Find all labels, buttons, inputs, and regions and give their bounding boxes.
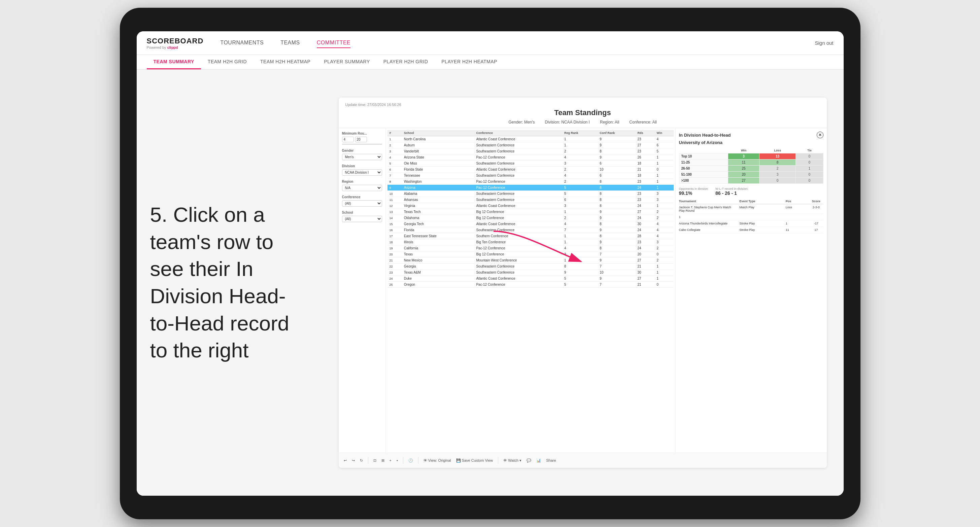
cell-rds: 27 xyxy=(635,209,654,215)
toolbar-clock[interactable]: 🕐 xyxy=(408,458,413,463)
cell-reg-rank: 3 xyxy=(562,203,598,209)
col-conf-rank: Conf Rank xyxy=(598,130,635,136)
table-row[interactable]: 13 Texas Tech Big 12 Conference 1 9 27 2 xyxy=(388,209,674,215)
table-row[interactable]: 24 Duke Atlantic Coast Conference 5 9 27… xyxy=(388,276,674,282)
subnav-player-summary[interactable]: PLAYER SUMMARY xyxy=(317,55,376,69)
table-row[interactable]: 1 North Carolina Atlantic Coast Conferen… xyxy=(388,136,674,142)
subnav-player-h2h-heatmap[interactable]: PLAYER H2H HEATMAP xyxy=(434,55,504,69)
cell-win: 1 xyxy=(655,185,674,191)
tablet-frame: SCOREBOARD Powered by clippd TOURNAMENTS… xyxy=(120,8,861,519)
cell-school: Virginia xyxy=(402,203,474,209)
cell-win: 4 xyxy=(655,227,674,233)
table-row[interactable]: 6 Florida State Atlantic Coast Conferenc… xyxy=(388,167,674,173)
col-score: Score xyxy=(809,200,823,203)
tournament-name-2: Arizona Thunderbirds Intercollegiate xyxy=(679,222,736,225)
cell-rds: 24 xyxy=(635,203,654,209)
cell-rank: 11 xyxy=(388,197,402,203)
instruction-area: 5. Click on a team's row to see their In… xyxy=(137,70,322,496)
filter-gender-select[interactable]: Men's xyxy=(342,154,382,160)
cell-conference: Southeastern Conference xyxy=(474,148,562,154)
toolbar-layout[interactable]: ⊞ xyxy=(382,458,385,463)
h2h-rank-top10: Top 10 xyxy=(679,154,728,160)
table-row[interactable]: 10 Alabama Southeastern Conference 5 8 2… xyxy=(388,191,674,197)
cell-reg-rank: 3 xyxy=(562,251,598,257)
table-row[interactable]: 7 Tennessee Southeastern Conference 4 6 … xyxy=(388,173,674,179)
toolbar-stats[interactable]: 📊 xyxy=(536,458,541,463)
filter-rounds-max[interactable] xyxy=(355,137,367,142)
table-row: 11-25 11 8 0 xyxy=(679,160,823,165)
table-row[interactable]: 15 Georgia Tech Atlantic Coast Conferenc… xyxy=(388,221,674,227)
table-row[interactable]: 19 California Pac-12 Conference 4 8 24 2 xyxy=(388,245,674,251)
toolbar-add[interactable]: + xyxy=(390,458,391,462)
list-item: Cabo Collegiate Stroke Play 11 17 xyxy=(679,227,824,233)
toolbar-undo[interactable]: ↩ xyxy=(344,458,347,463)
nav-committee[interactable]: COMMITTEE xyxy=(317,38,351,48)
nav-teams[interactable]: TEAMS xyxy=(280,38,300,48)
cell-reg-rank: 7 xyxy=(562,227,598,233)
tournament-result-1: Loss xyxy=(786,206,806,212)
cell-rds: 18 xyxy=(635,173,654,179)
cell-rds: 23 xyxy=(635,191,654,197)
subnav-team-h2h-grid[interactable]: TEAM H2H GRID xyxy=(201,55,253,69)
nav-tournaments[interactable]: TOURNAMENTS xyxy=(220,38,264,48)
toolbar-grid[interactable]: ⊡ xyxy=(373,458,376,463)
cell-conference: Southern Conference xyxy=(474,233,562,239)
table-row[interactable]: 11 Arkansas Southeastern Conference 6 8 … xyxy=(388,197,674,203)
sign-out-button[interactable]: Sign out xyxy=(815,40,833,46)
table-row[interactable]: 22 Georgia Southeastern Conference 8 7 2… xyxy=(388,264,674,270)
cell-conference: Mountain West Conference xyxy=(474,257,562,264)
table-row[interactable]: 8 Washington Pac-12 Conference 2 8 23 1 xyxy=(388,179,674,185)
h2h-panel: In Division Head-to-Head ✕ University of… xyxy=(675,128,827,452)
table-row[interactable]: 17 East Tennessee State Southern Confere… xyxy=(388,233,674,239)
table-row[interactable]: 18 Illinois Big Ten Conference 1 9 23 3 xyxy=(388,239,674,245)
h2h-tournaments-header: Tournament Event Type Pos Score xyxy=(679,198,824,204)
cell-rds: 18 xyxy=(635,160,654,167)
h2h-close-button[interactable]: ✕ xyxy=(817,132,824,138)
toolbar-refresh[interactable]: ↻ xyxy=(360,458,363,463)
stat-record-label: W-L-T record in-division: xyxy=(715,187,748,190)
table-row[interactable]: 14 Oklahoma Big 12 Conference 2 9 24 2 xyxy=(388,215,674,221)
table-row[interactable]: 20 Texas Big 12 Conference 3 7 20 0 xyxy=(388,251,674,257)
filter-conference-select[interactable]: (All) xyxy=(342,200,382,206)
subnav-player-h2h-grid[interactable]: PLAYER H2H GRID xyxy=(377,55,435,69)
cell-conf-rank: 9 xyxy=(598,276,635,282)
table-row[interactable]: 25 Oregon Pac-12 Conference 5 7 21 0 xyxy=(388,282,674,288)
toolbar-share[interactable]: Share xyxy=(546,458,556,462)
filter-school-label: School xyxy=(342,211,382,214)
toolbar-watch[interactable]: 👁 Watch ▾ xyxy=(503,458,522,463)
tournament-result-3: 11 xyxy=(786,228,806,232)
tournament-type-1: Match Play xyxy=(739,206,782,212)
filter-region-select[interactable]: N/A xyxy=(342,185,382,191)
cell-rank: 18 xyxy=(388,239,402,245)
toolbar-redo-back[interactable]: ↪ xyxy=(352,458,355,463)
dash-body: Minimum Rou... Gender Men's xyxy=(339,128,827,452)
cell-win: 4 xyxy=(655,233,674,239)
filter-group-conference: Conference (All) xyxy=(342,195,382,206)
toolbar-save-custom[interactable]: 💾 Save Custom View xyxy=(456,458,493,463)
table-row[interactable]: 12 Virginia Atlantic Coast Conference 3 … xyxy=(388,203,674,209)
table-row[interactable]: 23 Texas A&M Southeastern Conference 9 1… xyxy=(388,270,674,276)
cell-reg-rank: 1 xyxy=(562,209,598,215)
col-reg-rank: Reg Rank xyxy=(562,130,598,136)
table-row[interactable]: 3 Vanderbilt Southeastern Conference 2 8… xyxy=(388,148,674,154)
filter-gender-label: Gender xyxy=(342,149,382,152)
subnav-team-summary[interactable]: TEAM SUMMARY xyxy=(147,55,201,69)
tournament-type-2: Stroke Play xyxy=(739,222,782,225)
table-row[interactable]: 4 Arizona State Pac-12 Conference 4 9 26… xyxy=(388,154,674,160)
cell-conference: Pac-12 Conference xyxy=(474,282,562,288)
table-row[interactable]: 5 Ole Miss Southeastern Conference 3 6 1… xyxy=(388,160,674,167)
filter-division-select[interactable]: NCAA Division I xyxy=(342,169,382,176)
logo-brand: clippd xyxy=(167,45,178,49)
cell-school: Duke xyxy=(402,276,474,282)
toolbar-dot[interactable]: • xyxy=(396,458,398,462)
table-row[interactable]: 9 Arizona Pac-12 Conference 5 8 24 1 xyxy=(388,185,674,191)
filter-rounds-min[interactable] xyxy=(342,137,354,142)
toolbar-comment[interactable]: 💬 xyxy=(527,458,531,463)
table-row[interactable]: 16 Florida Southeastern Conference 7 9 2… xyxy=(388,227,674,233)
dash-toolbar: ↩ ↪ ↻ ⊡ ⊞ + • 🕐 👁 View: Original 💾 Save … xyxy=(339,452,827,468)
table-row[interactable]: 21 New Mexico Mountain West Conference 1… xyxy=(388,257,674,264)
subnav-team-h2h-heatmap[interactable]: TEAM H2H HEATMAP xyxy=(253,55,317,69)
filter-school-select[interactable]: (All) xyxy=(342,216,382,222)
table-row[interactable]: 2 Auburn Southeastern Conference 1 9 27 … xyxy=(388,142,674,148)
toolbar-view-original[interactable]: 👁 View: Original xyxy=(423,458,451,462)
